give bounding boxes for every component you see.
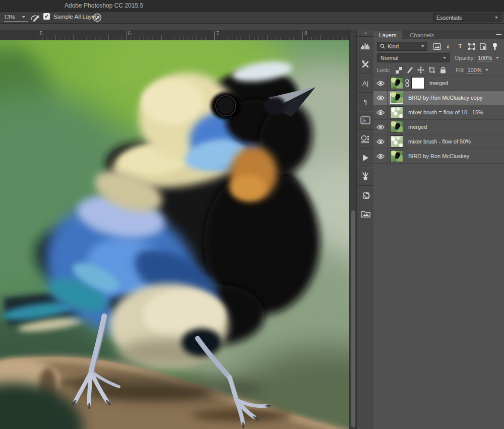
lock-all-button[interactable] bbox=[437, 66, 449, 74]
layer-thumbnail[interactable] bbox=[390, 135, 403, 148]
histogram-icon bbox=[360, 43, 370, 49]
layer-thumbnail[interactable] bbox=[390, 150, 403, 162]
checkerboard-icon bbox=[396, 67, 402, 74]
layer-thumbnail[interactable] bbox=[390, 121, 403, 133]
fx-icon: fx bbox=[360, 116, 370, 124]
filter-adjustment-layers-button[interactable]: ◐ bbox=[443, 42, 455, 50]
layer-name[interactable]: merged bbox=[408, 124, 427, 130]
checkmark-icon: ✔ bbox=[44, 14, 48, 19]
tab-channels[interactable]: Channels bbox=[404, 31, 440, 40]
canvas-scrollbar[interactable] bbox=[349, 30, 357, 429]
layer-name[interactable]: BIRD by Ron McCluskey bbox=[408, 153, 469, 159]
artboard-icon bbox=[428, 66, 435, 74]
document-canvas[interactable] bbox=[0, 40, 349, 429]
layer-list: merged BIRD by Ron McCluskey copy bbox=[373, 76, 504, 164]
filter-shape-layers-button[interactable] bbox=[466, 42, 477, 50]
eye-icon bbox=[376, 139, 385, 145]
layer-thumbnail[interactable] bbox=[390, 106, 403, 118]
smart-object-icon bbox=[480, 43, 486, 50]
ruler-tick-label: 8 bbox=[304, 31, 307, 36]
filter-toggle-button[interactable] bbox=[489, 42, 500, 50]
eye-icon bbox=[376, 154, 385, 159]
scrollbar-thumb[interactable] bbox=[351, 210, 355, 427]
visibility-toggle[interactable] bbox=[373, 134, 388, 149]
window-title: Adobe Photoshop CC 2015.5 bbox=[65, 2, 143, 9]
tools-icon bbox=[361, 60, 370, 69]
eye-icon bbox=[376, 95, 385, 101]
panel-tab-bar: Layers Channels bbox=[373, 30, 504, 39]
bird-painting bbox=[0, 40, 349, 429]
lock-paint-button[interactable] bbox=[404, 66, 415, 74]
brushes-icon bbox=[361, 172, 370, 181]
panel-menu-icon[interactable] bbox=[496, 33, 501, 37]
ruler-tick-label: 7 bbox=[216, 31, 219, 36]
libraries-panel-button[interactable] bbox=[357, 204, 374, 223]
shape-icon bbox=[468, 43, 475, 50]
visibility-toggle[interactable] bbox=[373, 149, 388, 163]
options-bar: 13% ✔ Sample All Layers Essentials bbox=[0, 12, 504, 24]
workspace-selector[interactable]: Essentials bbox=[433, 13, 501, 22]
visibility-toggle[interactable] bbox=[373, 76, 388, 90]
character-panel-button[interactable]: A| bbox=[357, 74, 374, 92]
ruler-tick-label: 6 bbox=[128, 31, 131, 36]
fill-value[interactable]: 100% bbox=[467, 67, 482, 74]
filter-type-layers-button[interactable]: T bbox=[454, 42, 466, 50]
lock-position-button[interactable] bbox=[415, 66, 426, 74]
visibility-toggle[interactable] bbox=[373, 91, 388, 105]
history-panel-button[interactable] bbox=[357, 185, 374, 204]
layer-row[interactable]: BIRD by Ron McCluskey bbox=[373, 149, 504, 164]
tab-layers[interactable]: Layers bbox=[373, 31, 402, 40]
zoom-level-value: 13% bbox=[4, 14, 15, 20]
load-brush-icon[interactable] bbox=[30, 13, 41, 22]
lock-artboard-button[interactable] bbox=[426, 66, 437, 74]
brush-presets-panel-button[interactable] bbox=[357, 167, 374, 185]
paragraph-panel-button[interactable]: ¶ bbox=[357, 92, 374, 111]
ruler-tick-label: 5 bbox=[40, 31, 43, 36]
lock-transparency-button[interactable] bbox=[393, 66, 404, 74]
toolbar-gap bbox=[0, 24, 504, 30]
lock-icon bbox=[440, 66, 446, 74]
airbrush-icon[interactable] bbox=[92, 13, 103, 22]
histogram-panel-button[interactable] bbox=[357, 36, 374, 55]
layer-mask-thumbnail[interactable] bbox=[411, 77, 424, 89]
horizontal-ruler[interactable]: 5 6 7 8 bbox=[0, 30, 349, 40]
filter-pixel-layers-button[interactable] bbox=[431, 42, 443, 50]
chevron-down-icon bbox=[22, 16, 25, 18]
visibility-toggle[interactable] bbox=[373, 105, 388, 119]
character-icon: A| bbox=[362, 80, 368, 87]
layer-row[interactable]: mixer brush = flow of 10 - 15% bbox=[373, 105, 504, 120]
play-icon bbox=[362, 154, 369, 162]
libraries-icon bbox=[361, 209, 370, 218]
layer-thumbnail[interactable] bbox=[390, 77, 403, 89]
filter-smart-objects-button[interactable] bbox=[477, 42, 489, 50]
eye-icon bbox=[376, 81, 385, 86]
kind-filter-dropdown[interactable]: Kind bbox=[377, 42, 427, 51]
zoom-level-field[interactable]: 13% bbox=[4, 13, 28, 22]
chevron-down-icon[interactable] bbox=[485, 69, 488, 71]
layer-thumbnail[interactable] bbox=[390, 92, 403, 104]
actions-panel-button[interactable] bbox=[357, 148, 374, 167]
checkbox-checked-icon[interactable]: ✔ bbox=[43, 13, 50, 20]
layer-row[interactable]: mixer brush - flow of 50% bbox=[373, 134, 504, 149]
layer-name[interactable]: mixer brush = flow of 10 - 15% bbox=[408, 109, 483, 115]
layer-row[interactable]: merged bbox=[373, 120, 504, 134]
layer-row-selected[interactable]: BIRD by Ron McCluskey copy bbox=[373, 91, 504, 105]
paragraph-icon: ¶ bbox=[364, 98, 367, 106]
styles-panel-button[interactable]: fx bbox=[357, 111, 374, 129]
chevron-down-icon[interactable] bbox=[496, 57, 499, 59]
layer-name[interactable]: mixer brush - flow of 50% bbox=[408, 138, 471, 145]
tool-presets-panel-button[interactable] bbox=[357, 55, 374, 74]
title-bar: Adobe Photoshop CC 2015.5 bbox=[0, 0, 504, 12]
clone-source-panel-button[interactable] bbox=[357, 129, 374, 148]
type-icon: T bbox=[458, 43, 462, 50]
pin-icon bbox=[492, 43, 498, 50]
blend-mode-value: Normal bbox=[381, 55, 398, 61]
layer-name[interactable]: merged bbox=[429, 80, 448, 86]
expand-panels-icon[interactable]: « bbox=[357, 30, 374, 36]
opacity-value[interactable]: 100% bbox=[477, 55, 492, 61]
blend-mode-dropdown[interactable]: Normal bbox=[377, 53, 450, 62]
mask-link-icon[interactable] bbox=[405, 79, 410, 88]
visibility-toggle[interactable] bbox=[373, 120, 388, 134]
layer-row[interactable]: merged bbox=[373, 76, 504, 91]
layer-name[interactable]: BIRD by Ron McCluskey copy bbox=[408, 95, 482, 101]
